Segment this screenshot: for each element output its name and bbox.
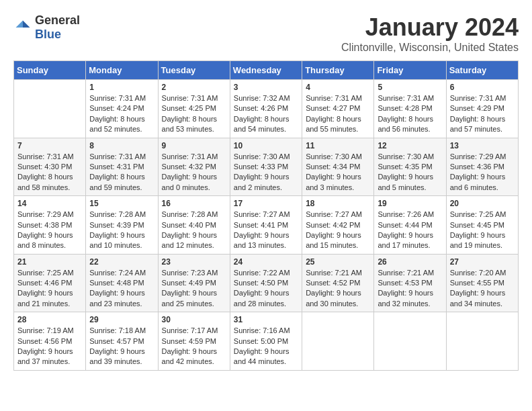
day-number: 22 — [89, 257, 154, 267]
daylight-text: Daylight: 9 hours and 19 minutes. — [450, 231, 506, 249]
daylight-text: Daylight: 9 hours and 34 minutes. — [450, 289, 506, 307]
daylight-text: Daylight: 8 hours and 53 minutes. — [162, 115, 218, 133]
table-row: 30 Sunrise: 7:17 AM Sunset: 4:59 PM Dayl… — [158, 312, 230, 371]
sunset-text: Sunset: 4:38 PM — [17, 221, 72, 229]
daylight-text: Daylight: 9 hours and 32 minutes. — [378, 289, 433, 307]
logo-general: General — [35, 13, 80, 27]
table-row: 10 Sunrise: 7:30 AM Sunset: 4:33 PM Dayl… — [230, 138, 302, 196]
daylight-text: Daylight: 9 hours and 23 minutes. — [89, 289, 145, 307]
day-number: 29 — [89, 315, 154, 324]
day-number: 30 — [162, 315, 226, 324]
sunset-text: Sunset: 5:00 PM — [234, 337, 288, 345]
location-title: Clintonville, Wisconsin, United States — [341, 42, 519, 54]
sunrise-text: Sunrise: 7:32 AM — [234, 94, 290, 102]
table-row: 16 Sunrise: 7:28 AM Sunset: 4:40 PM Dayl… — [158, 196, 230, 255]
header-monday: Monday — [86, 61, 158, 80]
daylight-text: Daylight: 9 hours and 37 minutes. — [17, 347, 73, 365]
sunset-text: Sunset: 4:49 PM — [162, 279, 216, 287]
table-row: 7 Sunrise: 7:31 AM Sunset: 4:30 PM Dayli… — [14, 138, 86, 196]
table-row: 2 Sunrise: 7:31 AM Sunset: 4:25 PM Dayli… — [158, 80, 230, 138]
table-row: 28 Sunrise: 7:19 AM Sunset: 4:56 PM Dayl… — [14, 312, 86, 371]
daylight-text: Daylight: 8 hours and 59 minutes. — [89, 173, 145, 191]
day-number: 5 — [378, 83, 442, 92]
daylight-text: Daylight: 9 hours and 42 minutes. — [162, 347, 218, 365]
sunset-text: Sunset: 4:25 PM — [162, 104, 216, 112]
day-number: 31 — [234, 315, 298, 324]
table-row: 21 Sunrise: 7:25 AM Sunset: 4:46 PM Dayl… — [14, 254, 86, 312]
day-number: 27 — [450, 257, 515, 267]
sunrise-text: Sunrise: 7:21 AM — [378, 269, 434, 277]
day-number: 14 — [17, 199, 82, 208]
sunrise-text: Sunrise: 7:29 AM — [450, 152, 506, 161]
daylight-text: Daylight: 8 hours and 56 minutes. — [378, 115, 433, 133]
sunrise-text: Sunrise: 7:23 AM — [162, 269, 218, 277]
table-row: 29 Sunrise: 7:18 AM Sunset: 4:57 PM Dayl… — [86, 312, 158, 371]
day-number: 13 — [450, 141, 515, 150]
daylight-text: Daylight: 8 hours and 57 minutes. — [450, 115, 506, 133]
sunset-text: Sunset: 4:41 PM — [234, 221, 288, 229]
calendar-week-row: 14 Sunrise: 7:29 AM Sunset: 4:38 PM Dayl… — [14, 196, 519, 255]
table-row — [374, 312, 446, 371]
sunrise-text: Sunrise: 7:30 AM — [306, 152, 362, 161]
logo-icon — [13, 18, 32, 37]
sunset-text: Sunset: 4:44 PM — [378, 221, 432, 229]
daylight-text: Daylight: 9 hours and 30 minutes. — [306, 289, 361, 307]
table-row: 12 Sunrise: 7:30 AM Sunset: 4:35 PM Dayl… — [374, 138, 446, 196]
table-row — [14, 80, 86, 138]
table-row: 8 Sunrise: 7:31 AM Sunset: 4:31 PM Dayli… — [86, 138, 158, 196]
sunrise-text: Sunrise: 7:21 AM — [306, 269, 362, 277]
daylight-text: Daylight: 8 hours and 52 minutes. — [89, 115, 145, 133]
daylight-text: Daylight: 8 hours and 54 minutes. — [234, 115, 290, 133]
day-number: 12 — [378, 141, 442, 150]
calendar-week-row: 28 Sunrise: 7:19 AM Sunset: 4:56 PM Dayl… — [14, 312, 519, 371]
table-row: 6 Sunrise: 7:31 AM Sunset: 4:29 PM Dayli… — [446, 80, 518, 138]
sunrise-text: Sunrise: 7:26 AM — [378, 210, 434, 218]
table-row: 5 Sunrise: 7:31 AM Sunset: 4:28 PM Dayli… — [374, 80, 446, 138]
sunset-text: Sunset: 4:32 PM — [162, 163, 216, 171]
day-number: 2 — [162, 83, 226, 92]
sunset-text: Sunset: 4:27 PM — [306, 104, 360, 112]
day-number: 8 — [89, 141, 154, 150]
daylight-text: Daylight: 8 hours and 55 minutes. — [306, 115, 361, 133]
table-row: 22 Sunrise: 7:24 AM Sunset: 4:48 PM Dayl… — [86, 254, 158, 312]
table-row: 24 Sunrise: 7:22 AM Sunset: 4:50 PM Dayl… — [230, 254, 302, 312]
sunrise-text: Sunrise: 7:24 AM — [89, 269, 146, 277]
daylight-text: Daylight: 9 hours and 8 minutes. — [17, 231, 73, 249]
daylight-text: Daylight: 9 hours and 6 minutes. — [450, 173, 506, 191]
sunrise-text: Sunrise: 7:31 AM — [89, 152, 146, 161]
day-number: 11 — [306, 141, 370, 150]
day-number: 4 — [306, 83, 370, 92]
sunset-text: Sunset: 4:57 PM — [89, 337, 144, 345]
table-row: 9 Sunrise: 7:31 AM Sunset: 4:32 PM Dayli… — [158, 138, 230, 196]
daylight-text: Daylight: 9 hours and 44 minutes. — [234, 347, 290, 365]
sunrise-text: Sunrise: 7:25 AM — [17, 269, 74, 277]
table-row: 1 Sunrise: 7:31 AM Sunset: 4:24 PM Dayli… — [86, 80, 158, 138]
daylight-text: Daylight: 9 hours and 21 minutes. — [17, 289, 73, 307]
calendar-table: Sunday Monday Tuesday Wednesday Thursday… — [13, 60, 519, 371]
day-number: 17 — [234, 199, 298, 208]
table-row: 31 Sunrise: 7:16 AM Sunset: 5:00 PM Dayl… — [230, 312, 302, 371]
sunrise-text: Sunrise: 7:19 AM — [17, 326, 74, 334]
page-header: General Blue January 2024 Clintonville, … — [13, 13, 519, 54]
sunrise-text: Sunrise: 7:31 AM — [378, 94, 434, 102]
sunrise-text: Sunrise: 7:31 AM — [89, 94, 146, 102]
daylight-text: Daylight: 9 hours and 2 minutes. — [234, 173, 290, 191]
calendar-week-row: 1 Sunrise: 7:31 AM Sunset: 4:24 PM Dayli… — [14, 80, 519, 138]
sunset-text: Sunset: 4:39 PM — [89, 221, 144, 229]
sunrise-text: Sunrise: 7:22 AM — [234, 269, 290, 277]
table-row: 20 Sunrise: 7:25 AM Sunset: 4:45 PM Dayl… — [446, 196, 518, 255]
day-number: 21 — [17, 257, 82, 267]
sunrise-text: Sunrise: 7:31 AM — [162, 152, 218, 161]
day-number: 16 — [162, 199, 226, 208]
sunrise-text: Sunrise: 7:28 AM — [162, 210, 218, 218]
sunset-text: Sunset: 4:52 PM — [306, 279, 360, 287]
sunrise-text: Sunrise: 7:30 AM — [378, 152, 434, 161]
daylight-text: Daylight: 8 hours and 58 minutes. — [17, 173, 73, 191]
logo-text: General Blue — [35, 13, 80, 42]
sunrise-text: Sunrise: 7:27 AM — [234, 210, 290, 218]
day-number: 1 — [89, 83, 154, 92]
header-sunday: Sunday — [14, 61, 86, 80]
day-number: 19 — [378, 199, 442, 208]
sunset-text: Sunset: 4:53 PM — [378, 279, 432, 287]
table-row: 4 Sunrise: 7:31 AM Sunset: 4:27 PM Dayli… — [302, 80, 374, 138]
